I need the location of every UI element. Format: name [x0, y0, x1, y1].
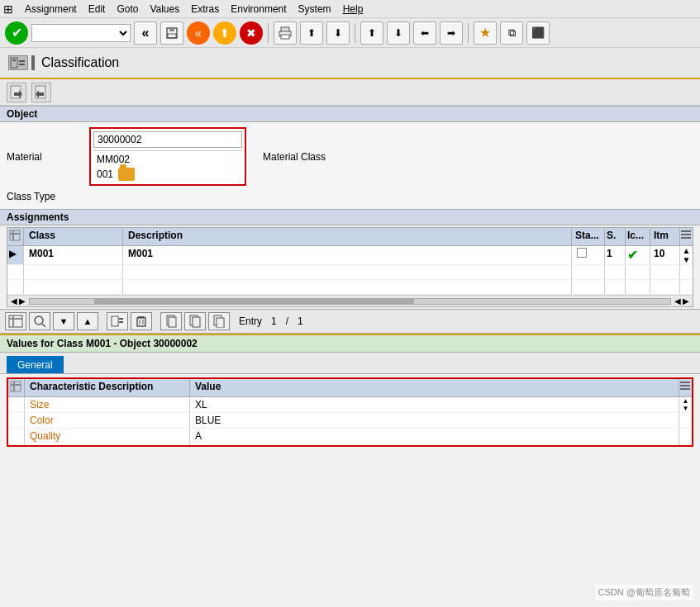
- assignments-section: Assignments Class Description Sta... S. …: [0, 209, 700, 334]
- scroll-down-1[interactable]: ▼: [680, 255, 693, 264]
- class-type-value: 001: [97, 168, 113, 180]
- hscroll-right-btn2[interactable]: ▶: [19, 296, 26, 306]
- cancel-button[interactable]: ✖: [240, 21, 263, 45]
- table-settings-icon: [9, 230, 21, 241]
- entry-total: 1: [298, 315, 303, 327]
- char-row-quality[interactable]: Quality A: [8, 429, 692, 445]
- entry-label: Entry: [239, 315, 262, 327]
- svg-rect-6: [11, 58, 17, 68]
- table-settings-btn[interactable]: [5, 312, 26, 330]
- rewind-button[interactable]: «: [134, 21, 157, 45]
- assignments-row-empty-1: [7, 265, 693, 280]
- assignments-row-1[interactable]: ▶ M001 M001 1 ✔ 10 ▲ ▼: [7, 246, 693, 265]
- class-type-row: Class Type: [7, 187, 693, 206]
- status-checkbox-1[interactable]: [577, 248, 587, 258]
- menu-environment[interactable]: Environment: [231, 3, 286, 15]
- nav-down1-button[interactable]: ⬇: [326, 21, 350, 45]
- nav-left-button[interactable]: ⬅: [413, 21, 436, 45]
- desc-cell-1: M001: [123, 246, 572, 264]
- menu-goto[interactable]: Goto: [117, 3, 138, 15]
- action-forward-icon[interactable]: [31, 83, 51, 102]
- bookmark-button[interactable]: ★: [474, 21, 497, 45]
- down-btn[interactable]: ▼: [53, 312, 74, 330]
- svg-rect-18: [9, 315, 22, 327]
- assignments-row-empty-2: [7, 280, 693, 295]
- extra-button[interactable]: ⬛: [526, 21, 550, 45]
- nav-up2-button[interactable]: ⬆: [360, 21, 383, 45]
- menu-assignment[interactable]: Assignment: [25, 3, 77, 15]
- svg-rect-24: [119, 318, 123, 320]
- hscroll-nav-right[interactable]: ▶: [683, 296, 689, 306]
- move-btn[interactable]: [208, 312, 230, 330]
- print-button[interactable]: [274, 21, 297, 45]
- entry-current: 1: [271, 315, 277, 327]
- char-scroll-down-1[interactable]: ▼: [679, 405, 692, 412]
- save-button[interactable]: [160, 21, 183, 45]
- char-row-indicator-header: [8, 379, 25, 396]
- char-scroll-up-1[interactable]: ▲: [679, 397, 692, 405]
- svg-rect-17: [681, 237, 691, 239]
- scroll-up-1[interactable]: ▲: [680, 246, 693, 255]
- values-section: Values for Class M001 - Object 30000002 …: [0, 334, 700, 447]
- char-value-size: XL: [190, 397, 679, 412]
- paste-btn[interactable]: [184, 312, 206, 330]
- up-button[interactable]: ⬆: [213, 21, 236, 45]
- title-divider: [31, 55, 35, 70]
- search-btn-icon: [33, 315, 46, 328]
- svg-rect-25: [119, 321, 123, 323]
- hscroll-track[interactable]: [29, 298, 671, 305]
- detail-btn[interactable]: [107, 312, 128, 330]
- window-button[interactable]: ⧉: [500, 21, 523, 45]
- svg-rect-38: [11, 382, 21, 391]
- assignments-section-header: Assignments: [0, 209, 700, 225]
- svg-rect-14: [12, 230, 14, 240]
- class-cell-1: M001: [24, 246, 123, 264]
- char-row-indicator-1: [8, 397, 25, 412]
- s-cell-1: 1: [605, 246, 626, 264]
- svg-rect-43: [680, 388, 690, 390]
- back-button[interactable]: «: [187, 21, 210, 45]
- menu-system[interactable]: System: [298, 3, 331, 15]
- nav-down2-button[interactable]: ⬇: [387, 21, 410, 45]
- action-icons-bar: [0, 79, 700, 106]
- material-input[interactable]: [93, 131, 242, 148]
- hscroll-left-btn[interactable]: ◀: [11, 296, 17, 306]
- move-btn-icon: [212, 315, 226, 328]
- svg-rect-12: [10, 230, 20, 240]
- svg-rect-42: [680, 385, 690, 386]
- char-scroll-header: [679, 379, 692, 396]
- svg-rect-15: [681, 230, 691, 232]
- char-value-quality: A: [190, 429, 679, 445]
- svg-rect-20: [12, 315, 14, 327]
- delete-btn[interactable]: [131, 312, 152, 330]
- svg-rect-13: [10, 233, 20, 235]
- object-section-header: Object: [0, 106, 700, 122]
- paste-btn-icon: [188, 315, 202, 328]
- svg-rect-5: [281, 35, 289, 39]
- char-desc-header: Characteristic Description: [25, 379, 190, 396]
- document-arrow-icon: [8, 84, 25, 101]
- search-btn[interactable]: [29, 312, 50, 330]
- nav-up1-button[interactable]: ⬆: [300, 21, 323, 45]
- tab-general[interactable]: General: [7, 356, 64, 373]
- confirm-button[interactable]: ✔: [5, 21, 28, 45]
- menu-help[interactable]: Help: [343, 3, 364, 15]
- nav-right-button[interactable]: ➡: [440, 21, 463, 45]
- folder-browse-icon[interactable]: [118, 168, 135, 181]
- svg-rect-1: [169, 28, 174, 31]
- copy-btn[interactable]: [160, 312, 182, 330]
- char-row-size[interactable]: Size XL ▲ ▼: [8, 397, 692, 413]
- hscroll-nav-left[interactable]: ◀: [674, 296, 681, 306]
- char-row-color[interactable]: Color BLUE: [8, 413, 692, 429]
- command-field[interactable]: [31, 24, 131, 42]
- menu-values[interactable]: Values: [150, 3, 179, 15]
- material-highlight-box: MM002 001: [89, 127, 246, 186]
- menu-extras[interactable]: Extras: [191, 3, 219, 15]
- char-row-indicator-3: [8, 429, 25, 445]
- row-scroll-1: ▲ ▼: [679, 246, 693, 264]
- menu-edit[interactable]: Edit: [88, 3, 106, 15]
- row-indicator-1: ▶: [7, 246, 24, 264]
- action-back-icon[interactable]: [7, 83, 26, 102]
- up-btn[interactable]: ▲: [77, 312, 98, 330]
- char-desc-size: Size: [25, 397, 190, 412]
